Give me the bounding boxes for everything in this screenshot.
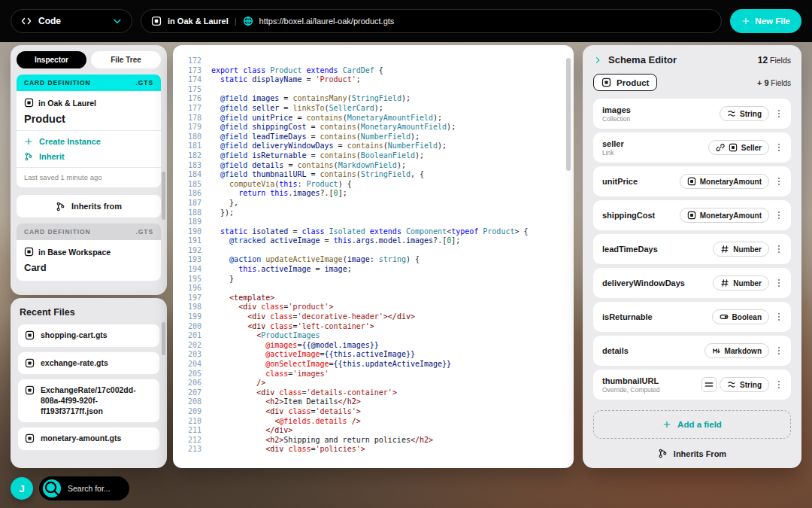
line-number: 194 [173, 265, 211, 275]
card-icon [687, 177, 696, 186]
number-icon [720, 245, 729, 254]
field-info: thumbnailURLOverride, Computed [602, 376, 660, 394]
kebab-menu-icon [774, 244, 784, 254]
code-mode-icon [20, 15, 32, 27]
add-field-button[interactable]: Add a field [593, 410, 791, 439]
field-menu-button[interactable] [772, 210, 786, 221]
base-card-definition-card: in Base Workspace Card [17, 240, 161, 281]
code-text: <h2>Shipping and return policies</h2> [211, 436, 433, 446]
field-name: shippingCost [602, 211, 655, 220]
card-icon [601, 78, 611, 87]
code-text: @field images = containsMany(StringField… [211, 94, 411, 104]
field-name: details [602, 346, 629, 355]
schema-inherits-from[interactable]: Inherits From [583, 446, 801, 468]
recent-file-item[interactable]: shopping-cart.gts [18, 324, 159, 347]
new-file-button[interactable]: New File [730, 9, 801, 33]
field-type-pill[interactable]: String [720, 377, 769, 392]
field-menu-button[interactable] [772, 312, 786, 322]
line-number: 191 [173, 236, 211, 246]
profile-avatar[interactable]: J [11, 477, 33, 500]
field-type-pill[interactable]: Number [713, 242, 769, 257]
code-line: 188 }); [173, 208, 574, 218]
field-name: unitPrice [602, 177, 638, 186]
code-line: 201 <ProductImages [173, 331, 574, 341]
inherit-button[interactable]: Inherit [24, 152, 153, 161]
schema-field-row: shippingCostMonetaryAmount [593, 200, 791, 230]
card-definition-header: CARD DEFINITION .GTS [17, 75, 161, 91]
code-line: 208 <h2>Item Details</h2> [173, 397, 574, 407]
field-controls: Boolean [712, 309, 786, 324]
field-controls: Seller [708, 140, 786, 155]
recent-files-scrollbar[interactable] [162, 322, 165, 355]
recent-file-item[interactable]: ExchangeRate/17c002dd-808a-4f99-920f-ff1… [18, 379, 159, 422]
product-card-chip[interactable]: Product [593, 74, 657, 91]
field-menu-button[interactable] [772, 108, 786, 119]
submode-switcher-dropdown[interactable]: Code [11, 9, 132, 33]
schema-editor-panel: Schema Editor 12 Fields Product + 9 Fiel… [583, 45, 801, 468]
field-type-pill[interactable]: MonetaryAmount [680, 208, 769, 223]
field-type-pill[interactable]: Number [713, 275, 769, 291]
editor-scrollbar[interactable] [566, 58, 571, 171]
inspector-scrollbar[interactable] [162, 172, 165, 220]
inherits-from-toggle[interactable]: Inherits from [17, 195, 161, 217]
tab-file-tree[interactable]: File Tree [91, 51, 161, 68]
field-info: leadTimeDays [602, 245, 658, 254]
line-number: 180 [173, 132, 211, 142]
recent-file-item[interactable]: monetary-amount.gts [18, 427, 159, 450]
card-url: https://boxel.ai/laurel-oak/product.gts [259, 17, 395, 26]
workspace-label: in Base Workspace [38, 248, 111, 257]
search-input[interactable] [66, 483, 128, 494]
code-line: 202 @images={{@model.images}} [173, 341, 574, 351]
field-type-pill[interactable]: Markdown [704, 343, 769, 358]
card-icon [25, 385, 35, 395]
tab-inspector[interactable]: Inspector [17, 51, 86, 68]
line-number: 174 [173, 75, 211, 85]
create-instance-button[interactable]: Create Instance [24, 137, 153, 146]
field-type-pill[interactable]: Seller [708, 140, 769, 155]
field-info: isReturnable [602, 312, 653, 321]
code-line: 210 <@fields.details /> [173, 417, 574, 427]
field-type-label: MonetaryAmount [700, 178, 762, 186]
field-type-pill[interactable]: Boolean [712, 309, 769, 324]
divider [17, 130, 161, 131]
schema-field-row: detailsMarkdown [593, 336, 791, 366]
definition-title: Product [24, 113, 153, 125]
code-text: computeVia(this: Product) { [211, 180, 352, 190]
field-menu-button[interactable] [772, 345, 786, 356]
line-number: 200 [173, 322, 211, 332]
code-editor[interactable]: 172173export class Product extends CardD… [173, 45, 574, 468]
field-type-pill[interactable]: String [720, 106, 769, 121]
card-url-bar[interactable]: in Oak & Laurel | https://boxel.ai/laure… [141, 9, 722, 33]
field-menu-button[interactable] [772, 176, 786, 187]
inspector-tabs: Inspector File Tree [17, 51, 161, 68]
line-number: 203 [173, 350, 211, 360]
file-extension-label: .GTS [136, 228, 153, 236]
chevron-right-icon[interactable] [593, 56, 602, 65]
field-type-label: Number [733, 279, 762, 287]
field-type-pill[interactable]: MonetaryAmount [680, 174, 769, 189]
branch-icon [24, 152, 33, 161]
code-text: @onSelectImage={{this.updateActiveImage}… [211, 360, 451, 370]
code-line: 173export class Product extends CardDef … [173, 66, 574, 76]
line-number: 211 [173, 426, 211, 436]
code-text: return this.images?.[0]; [211, 189, 347, 199]
field-type-label: Boolean [732, 313, 762, 321]
search-bar[interactable] [39, 476, 129, 500]
field-menu-button[interactable] [772, 244, 786, 254]
code-line: 199 <div class='decorative-header'></div… [173, 312, 574, 322]
field-name: leadTimeDays [602, 245, 658, 254]
number-icon [720, 278, 729, 287]
plus-icon [24, 137, 33, 146]
field-menu-button[interactable] [772, 379, 786, 390]
search-icon[interactable] [43, 479, 61, 497]
string-icon [727, 109, 736, 118]
field-menu-button[interactable] [772, 278, 786, 288]
code-line: 193 @action updateActiveImage(image: str… [173, 255, 574, 265]
field-menu-button[interactable] [772, 142, 786, 153]
code-line: 181 @field deliveryWindowDays = contains… [173, 141, 574, 151]
code-text: <div class='details'> [211, 407, 361, 417]
line-number: 204 [173, 360, 211, 370]
line-number: 206 [173, 379, 211, 388]
card-definition-card: in Oak & Laurel Product Create Instance … [17, 91, 161, 187]
recent-file-item[interactable]: exchange-rate.gts [18, 352, 159, 375]
